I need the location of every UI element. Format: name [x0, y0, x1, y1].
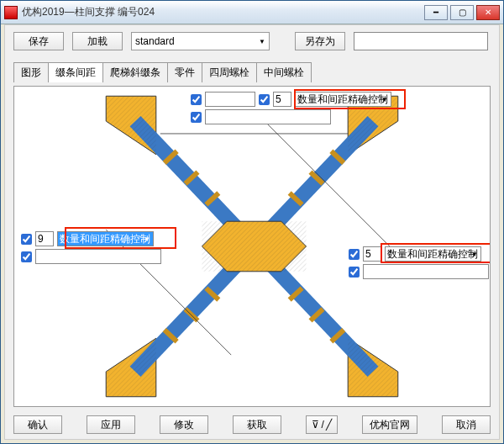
right-chk1[interactable] [349, 249, 360, 260]
top-toolbar: 保存 加載 standard ▼ 另存为 [5, 25, 499, 57]
svg-marker-9 [106, 96, 156, 155]
tab-perimeter-bolts[interactable]: 四周螺栓 [202, 62, 257, 82]
content-area: 保存 加載 standard ▼ 另存为 图形 缀条间距 爬梯斜缀条 零件 四周… [4, 24, 500, 440]
top-val2[interactable] [273, 92, 291, 107]
chevron-down-icon: ▼ [381, 96, 388, 103]
svg-marker-12 [348, 338, 398, 397]
left-chk1[interactable] [21, 234, 32, 245]
chevron-down-icon: ▼ [259, 38, 265, 45]
right-controls: 数量和间距精确控制 ▼ [349, 246, 489, 279]
top-chk3[interactable] [191, 112, 202, 123]
save-button[interactable]: 保存 [13, 32, 64, 50]
get-button[interactable]: 获取 [233, 415, 281, 434]
right-mode-dropdown[interactable]: 数量和间距精确控制 ▼ [385, 246, 481, 262]
bottom-bar: 确认 应用 修改 获取 ⊽ / ╱ 优构官网 取消 [13, 415, 491, 434]
left-val2[interactable] [35, 249, 161, 264]
modify-button[interactable]: 修改 [160, 415, 208, 434]
maximize-button[interactable]: ▢ [450, 5, 474, 20]
right-val1[interactable] [363, 246, 381, 262]
svg-marker-11 [106, 338, 156, 397]
tab-shape[interactable]: 图形 [13, 62, 49, 82]
left-controls: 数量和间距精确控制 ▼ [21, 231, 161, 264]
top-chk2[interactable] [259, 94, 270, 105]
diagram-panel: 数量和间距精确控制 ▼ 数量和间距精确控制 [13, 86, 491, 407]
left-val1[interactable] [35, 231, 54, 246]
tab-center-bolts[interactable]: 中间螺栓 [256, 62, 312, 82]
top-val3[interactable] [205, 109, 331, 124]
close-button[interactable]: ✕ [476, 5, 500, 20]
top-mode-dropdown[interactable]: 数量和间距精确控制 ▼ [295, 92, 391, 107]
flag-toggle[interactable]: ⊽ / ╱ [306, 415, 337, 434]
app-window: 优构2019—柱间支撑 编号024 ━ ▢ ✕ 保存 加載 standard ▼… [0, 0, 504, 444]
save-as-input[interactable] [354, 32, 488, 50]
svg-rect-8 [202, 221, 306, 272]
site-button[interactable]: 优构官网 [362, 415, 417, 434]
tab-spacing[interactable]: 缀条间距 [48, 62, 103, 82]
load-button[interactable]: 加載 [72, 32, 123, 50]
apply-button[interactable]: 应用 [87, 415, 135, 434]
left-mode-dropdown[interactable]: 数量和间距精确控制 ▼ [57, 231, 154, 246]
bracing-diagram: 数量和间距精确控制 ▼ 数量和间距精确控制 [14, 87, 490, 406]
top-controls: 数量和间距精确控制 ▼ [191, 92, 391, 124]
chevron-down-icon: ▼ [144, 235, 150, 243]
window-title: 优构2019—柱间支撑 编号024 [22, 5, 424, 19]
top-val1[interactable] [205, 92, 255, 107]
scheme-combo[interactable]: standard ▼ [131, 32, 270, 50]
tab-strip: 图形 缀条间距 爬梯斜缀条 零件 四周螺栓 中间螺栓 [5, 62, 499, 82]
tab-ladder[interactable]: 爬梯斜缀条 [102, 62, 168, 82]
save-as-button[interactable]: 另存为 [295, 32, 345, 50]
ok-button[interactable]: 确认 [13, 415, 62, 434]
chevron-down-icon: ▼ [471, 251, 478, 258]
app-icon [4, 6, 18, 19]
right-chk2[interactable] [349, 267, 360, 278]
top-chk1[interactable] [191, 94, 202, 105]
titlebar: 优构2019—柱间支撑 编号024 ━ ▢ ✕ [1, 1, 503, 24]
left-chk2[interactable] [21, 251, 32, 262]
minimize-button[interactable]: ━ [424, 5, 448, 20]
cancel-button[interactable]: 取消 [442, 415, 491, 434]
scheme-value: standard [135, 35, 175, 47]
tab-parts[interactable]: 零件 [167, 62, 202, 82]
right-val2[interactable] [363, 264, 489, 279]
